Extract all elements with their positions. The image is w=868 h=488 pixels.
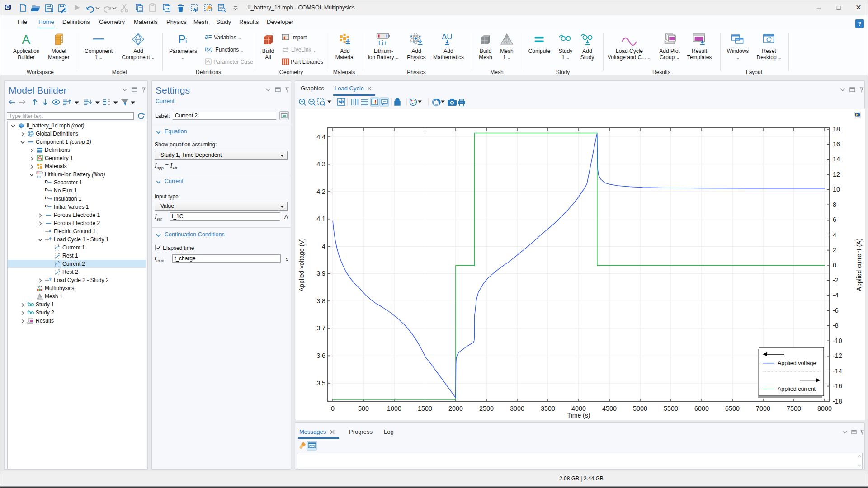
svg-text:6500: 6500 xyxy=(725,405,740,412)
svg-text:Time (s): Time (s) xyxy=(567,412,590,419)
svg-text:16: 16 xyxy=(833,141,840,148)
svg-text:6000: 6000 xyxy=(694,405,709,412)
svg-text:ΔU: ΔU xyxy=(442,33,453,41)
svg-text:Applied voltage (V): Applied voltage (V) xyxy=(298,238,305,291)
svg-text:4.3: 4.3 xyxy=(316,160,326,168)
svg-text:10: 10 xyxy=(833,186,840,193)
svg-text:5500: 5500 xyxy=(664,405,678,412)
svg-text:4500: 4500 xyxy=(602,405,617,412)
svg-text:2000: 2000 xyxy=(448,405,463,412)
svg-text:3.9: 3.9 xyxy=(316,270,326,277)
svg-text:1000: 1000 xyxy=(387,405,401,412)
svg-text:4: 4 xyxy=(322,243,326,250)
svg-text:D: D xyxy=(45,179,48,184)
svg-text:3000: 3000 xyxy=(510,405,524,412)
svg-text:-12: -12 xyxy=(833,352,842,359)
svg-text:1500: 1500 xyxy=(418,405,432,412)
svg-text:a=: a= xyxy=(205,34,212,40)
svg-text:18: 18 xyxy=(833,126,840,133)
svg-text:8: 8 xyxy=(833,201,836,208)
svg-text:A: A xyxy=(22,33,31,46)
svg-text:3500: 3500 xyxy=(541,405,555,412)
svg-text:4.2: 4.2 xyxy=(316,188,326,195)
svg-text:5000: 5000 xyxy=(633,405,647,412)
svg-text:500: 500 xyxy=(358,405,369,412)
svg-text:14: 14 xyxy=(833,155,840,163)
svg-text:6: 6 xyxy=(833,216,836,223)
svg-text:3.5: 3.5 xyxy=(316,380,326,387)
svg-text:0: 0 xyxy=(331,405,335,412)
svg-text:Pi: Pi xyxy=(206,59,210,64)
svg-text:7500: 7500 xyxy=(787,405,801,412)
svg-text:-10: -10 xyxy=(833,337,842,344)
svg-text:Applied current (A): Applied current (A) xyxy=(855,239,863,291)
svg-text:-6: -6 xyxy=(833,307,839,314)
svg-text:D: D xyxy=(45,203,48,208)
svg-text:7000: 7000 xyxy=(756,405,770,412)
svg-text:-4: -4 xyxy=(833,291,839,299)
svg-text:0: 0 xyxy=(833,262,836,269)
svg-text:D: D xyxy=(45,187,48,192)
svg-text:P: P xyxy=(178,33,186,46)
svg-text:2: 2 xyxy=(833,246,836,253)
svg-text:4.4: 4.4 xyxy=(316,133,326,141)
svg-text:Applied current: Applied current xyxy=(778,386,816,392)
svg-text:3.8: 3.8 xyxy=(316,297,326,305)
svg-text:-16: -16 xyxy=(833,382,842,389)
svg-text:Li+: Li+ xyxy=(378,39,387,46)
svg-text:4000: 4000 xyxy=(571,405,586,412)
svg-text:-2: -2 xyxy=(833,277,839,284)
svg-text:D: D xyxy=(45,195,48,200)
svg-text:3.6: 3.6 xyxy=(316,352,326,359)
svg-text:4: 4 xyxy=(833,231,836,239)
svg-text:f(x): f(x) xyxy=(205,46,212,52)
svg-text:i: i xyxy=(185,37,187,45)
svg-text:2500: 2500 xyxy=(479,405,494,412)
svg-text:-8: -8 xyxy=(833,322,839,329)
svg-text:12: 12 xyxy=(833,171,840,178)
svg-text:3.7: 3.7 xyxy=(316,324,326,332)
svg-text:Applied voltage: Applied voltage xyxy=(778,360,816,366)
svg-text:4.1: 4.1 xyxy=(316,215,326,222)
svg-text:-14: -14 xyxy=(833,367,842,375)
svg-text:-18: -18 xyxy=(833,398,842,405)
svg-text:Li+: Li+ xyxy=(37,175,42,179)
svg-text:8000: 8000 xyxy=(817,405,832,412)
